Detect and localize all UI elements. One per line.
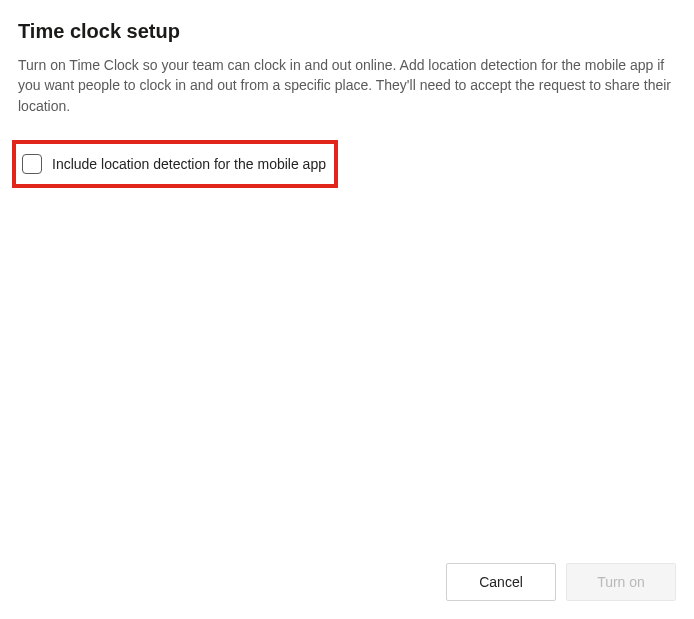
location-detection-option[interactable]: Include location detection for the mobil…: [22, 154, 326, 174]
location-detection-checkbox[interactable]: [22, 154, 42, 174]
cancel-button[interactable]: Cancel: [446, 563, 556, 601]
dialog-description: Turn on Time Clock so your team can cloc…: [18, 55, 676, 116]
dialog-footer: Cancel Turn on: [18, 563, 676, 601]
highlight-annotation: Include location detection for the mobil…: [12, 140, 338, 188]
location-detection-label: Include location detection for the mobil…: [52, 156, 326, 172]
time-clock-setup-dialog: Time clock setup Turn on Time Clock so y…: [0, 0, 694, 619]
dialog-title: Time clock setup: [18, 20, 676, 43]
turn-on-button[interactable]: Turn on: [566, 563, 676, 601]
